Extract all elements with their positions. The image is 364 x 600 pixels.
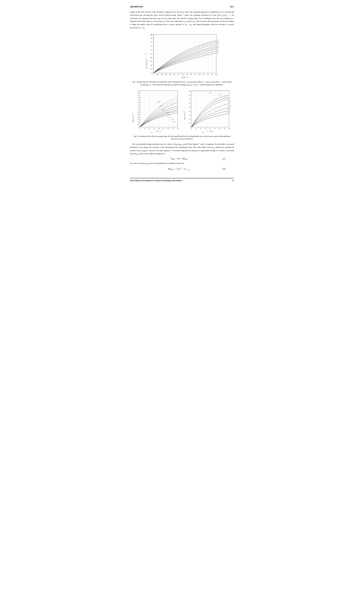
svg-text:1.6: 1.6: [138, 107, 139, 108]
svg-text:[me/m2 - 1]: [me/m2 - 1]: [156, 131, 162, 132]
svg-text:[m̄/m2][y1/y2]0.23: [m̄/m2][y1/y2]0.23: [132, 113, 134, 122]
header-left: ABSORPTION: [130, 6, 143, 8]
svg-text:6.0: 6.0: [167, 128, 169, 130]
svg-text:f = 0.3: f = 0.3: [228, 105, 231, 107]
figure-7-container: [R2 - 1][y1/y2]0.25 0 0.2 0.4 0.6 0.8 1.…: [130, 32, 234, 86]
svg-text:5.0: 5.0: [214, 128, 216, 130]
equation-57-block: NOG = NT + ΔNOG (57): [138, 158, 226, 160]
svg-text:0.7: 0.7: [217, 45, 219, 47]
svg-text:0.8: 0.8: [217, 43, 219, 44]
footer-right: 27: [232, 179, 234, 182]
svg-text:0.8: 0.8: [169, 74, 171, 75]
svg-text:(a): (a): [151, 132, 153, 133]
svg-text:0.3: 0.3: [217, 50, 219, 52]
svg-text:0.2: 0.2: [138, 124, 139, 125]
svg-text:4.0: 4.0: [209, 128, 211, 130]
svg-text:8.0: 8.0: [228, 128, 230, 130]
svg-text:0: 0: [191, 128, 192, 130]
svg-text:3.0: 3.0: [205, 128, 206, 130]
svg-text:0.8: 0.8: [151, 57, 153, 58]
figure-8-container: [m̄/m2][y1/y2]0.23 0 0.2 0.4 0.6 0.8 1.0…: [130, 89, 234, 134]
svg-text:0.2: 0.2: [157, 74, 159, 75]
svg-rect-68: [140, 91, 178, 127]
svg-text:2.0: 2.0: [194, 74, 196, 75]
fig8-caption: Fig. 8. Correlation of the effective ave…: [134, 135, 230, 140]
svg-text:1.4: 1.4: [182, 74, 184, 75]
svg-text:1.8: 1.8: [138, 104, 139, 106]
svg-text:1.2: 1.2: [151, 49, 153, 51]
svg-text:0.4: 0.4: [151, 65, 153, 66]
svg-text:1.8: 1.8: [151, 38, 153, 39]
svg-text:8.0: 8.0: [177, 128, 179, 130]
svg-text:1.0: 1.0: [195, 128, 197, 130]
svg-text:3.0: 3.0: [138, 90, 139, 91]
svg-text:0.7: 0.7: [189, 98, 191, 100]
svg-text:4.0: 4.0: [158, 128, 160, 130]
svg-text:f = 0.2: f = 0.2: [227, 108, 230, 110]
svg-text:1.4: 1.4: [138, 109, 139, 111]
svg-text:2.6: 2.6: [207, 74, 209, 75]
header-right: Vol 1: [230, 6, 234, 8]
svg-text:0.4: 0.4: [161, 74, 163, 75]
svg-text:1.4: 1.4: [151, 45, 153, 47]
equation-57: NOG = NT + ΔNOG: [138, 158, 220, 160]
svg-rect-130: [191, 91, 229, 127]
svg-text:0.9: 0.9: [189, 90, 191, 92]
svg-text:0.6: 0.6: [217, 47, 219, 48]
svg-text:1.0: 1.0: [144, 128, 146, 130]
svg-text:0.2: 0.2: [189, 118, 191, 120]
svg-text:0.6: 0.6: [189, 103, 191, 104]
figure-8a-chart: [m̄/m2][y1/y2]0.23 0 0.2 0.4 0.6 0.8 1.0…: [132, 89, 181, 134]
svg-text:f = 0.1: f = 0.1: [226, 112, 229, 113]
svg-text:0.8: 0.8: [189, 94, 191, 96]
svg-text:1.8: 1.8: [190, 74, 192, 75]
svg-text:f = 0.9: f = 0.9: [217, 39, 219, 41]
svg-text:0.5: 0.5: [217, 48, 219, 50]
paragraph-3: For cases in which y*BM may be represent…: [130, 162, 234, 165]
svg-text:0.85: 0.85: [217, 41, 219, 42]
footer-left: Kirk-Othmer Encyclopedia of Chemical Tec…: [130, 179, 182, 182]
svg-text:0.3: 0.3: [189, 114, 191, 116]
svg-text:2.8: 2.8: [211, 74, 213, 75]
svg-text:0.8: 0.8: [138, 116, 139, 118]
svg-text:2.6: 2.6: [138, 94, 139, 96]
svg-text:2.8: 2.8: [138, 92, 139, 94]
svg-text:1.6: 1.6: [186, 74, 188, 75]
svg-text:2.0: 2.0: [138, 102, 139, 103]
svg-text:2.4: 2.4: [203, 74, 205, 75]
equation-58-block: ΔNOG = 1⁄2 ln 1 − y2⁄1 − y1 (58): [138, 167, 226, 171]
paragraph-2: The recommended design procedure uses th…: [130, 143, 234, 156]
svg-text:0.4: 0.4: [189, 110, 191, 112]
svg-text:[m̄/m2][x1/x2]0.23: [m̄/m2][x1/x2]0.23: [183, 110, 186, 120]
svg-text:2.2: 2.2: [138, 99, 139, 101]
svg-text:(b): (b): [202, 132, 204, 133]
svg-text:[1 - me/m2]: [1 - me/m2]: [207, 131, 213, 132]
svg-text:0: 0: [190, 126, 191, 128]
svg-text:1.0: 1.0: [173, 74, 175, 75]
svg-text:1.6: 1.6: [151, 41, 153, 43]
svg-text:0.5: 0.5: [189, 106, 191, 108]
svg-text:7.0: 7.0: [172, 128, 174, 130]
svg-text:0.6: 0.6: [138, 119, 139, 120]
svg-text:6.0: 6.0: [219, 128, 220, 130]
figure-8b-chart: [m̄/m2][x1/x2]0.23 0 0.1 0.2 0.3 0.4 0.5…: [183, 89, 232, 134]
paragraph-1: change in the mole fraction of the absor…: [130, 10, 234, 29]
equation-57-number: (57): [220, 158, 226, 160]
svg-text:0: 0: [152, 72, 152, 74]
svg-text:0: 0: [153, 74, 154, 75]
svg-text:5.0: 5.0: [163, 128, 164, 130]
svg-text:1.2: 1.2: [178, 74, 179, 75]
svg-text:2.2: 2.2: [151, 34, 153, 35]
svg-text:2.0: 2.0: [148, 128, 150, 130]
svg-text:2.2: 2.2: [199, 74, 200, 75]
equation-58-number: (58): [220, 168, 226, 170]
svg-text:0.1: 0.1: [189, 122, 191, 124]
equation-58: ΔNOG = 1⁄2 ln 1 − y2⁄1 − y1: [138, 167, 220, 171]
svg-text:1.2: 1.2: [138, 112, 139, 113]
fig7-caption: Fig. 7. Design chart for estimation of a…: [132, 81, 232, 86]
page-footer: Kirk-Othmer Encyclopedia of Chemical Tec…: [130, 178, 234, 182]
svg-text:0: 0: [139, 126, 139, 128]
svg-text:3.0: 3.0: [153, 128, 155, 130]
svg-text:0.1: 0.1: [217, 52, 218, 53]
svg-text:0.4: 0.4: [138, 121, 139, 123]
